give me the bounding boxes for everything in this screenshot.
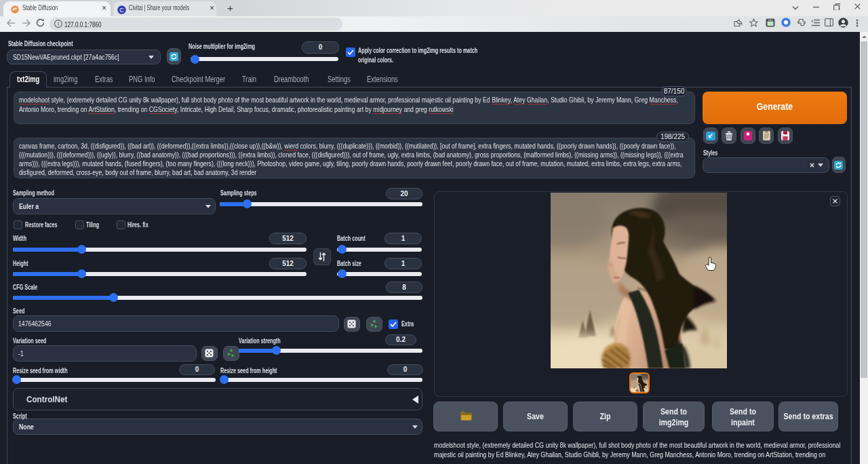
svg-text:C: C [119,7,124,14]
